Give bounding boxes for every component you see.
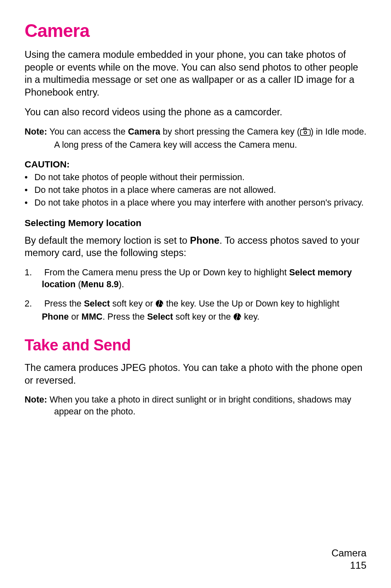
- note-text-c: by short pressing the Camera key (: [160, 127, 300, 137]
- camera-key-icon: [300, 127, 311, 139]
- intro-paragraph-2: You can also record videos using the pho…: [25, 106, 366, 119]
- step2-g: MMC: [82, 312, 102, 322]
- caution-list: Do not take photos of people without the…: [25, 172, 366, 209]
- step2-b: Select: [84, 299, 110, 309]
- circle-key-icon: [155, 299, 164, 311]
- note-text-a: You can access the: [47, 127, 128, 137]
- document-page: Camera Using the camera module embedded …: [0, 0, 391, 588]
- step1-a: From the Camera menu press the Up or Dow…: [44, 268, 289, 277]
- step2-i: Select: [147, 312, 173, 322]
- step2-j: soft key or the: [173, 312, 233, 322]
- step2-c: soft key or: [110, 299, 155, 309]
- svg-point-2: [304, 131, 306, 134]
- caution-item: Do not take photos of people without the…: [25, 172, 366, 183]
- page-footer: Camera 115: [332, 547, 366, 572]
- note-block-2: Note: When you take a photo in direct su…: [25, 394, 366, 418]
- step-item-1: From the Camera menu press the Up or Dow…: [25, 267, 366, 291]
- step-item-2: Press the Select soft key or the key. Us…: [25, 298, 366, 324]
- memloc-text-phone: Phone: [190, 235, 220, 246]
- memloc-paragraph: By default the memory loction is set to …: [25, 234, 366, 259]
- svg-point-6: [237, 313, 238, 315]
- note-label: Note:: [25, 395, 47, 405]
- svg-rect-0: [300, 130, 310, 135]
- step1-d: Menu 8.9: [81, 279, 119, 289]
- circle-key-icon: [233, 312, 241, 324]
- section-heading-take-and-send: Take and Send: [25, 336, 366, 354]
- note-label: Note:: [25, 127, 47, 137]
- step2-h: . Press the: [102, 312, 147, 322]
- caution-label: CAUTION:: [25, 159, 366, 170]
- caution-item: Do not take photos in a place where you …: [25, 197, 366, 209]
- caution-item: Do not take photos in a place where came…: [25, 184, 366, 196]
- step2-e: Phone: [42, 312, 69, 322]
- svg-point-4: [159, 300, 160, 302]
- footer-section-name: Camera: [332, 547, 366, 559]
- note-block-1: Note: You can access the Camera by short…: [25, 126, 366, 151]
- step1-e: ).: [119, 279, 124, 289]
- svg-rect-1: [304, 128, 306, 130]
- step2-k: key.: [241, 312, 259, 322]
- intro-paragraph-1: Using the camera module embedded in your…: [25, 48, 366, 98]
- take-paragraph: The camera produces JPEG photos. You can…: [25, 361, 366, 387]
- section-heading-camera: Camera: [25, 21, 366, 41]
- step2-f: or: [69, 312, 82, 322]
- note-text-camera: Camera: [128, 127, 160, 137]
- step2-a: Press the: [44, 299, 84, 309]
- footer-page-number: 115: [332, 559, 366, 572]
- steps-list: From the Camera menu press the Up or Dow…: [25, 267, 366, 324]
- memloc-text-a: By default the memory loction is set to: [25, 235, 190, 246]
- step2-d: the key. Use the Up or Down key to highl…: [164, 299, 339, 309]
- note2-text: When you take a photo in direct sunlight…: [47, 395, 351, 416]
- step1-c: (: [75, 279, 81, 289]
- subheading-memory-location: Selecting Memory location: [25, 218, 366, 229]
